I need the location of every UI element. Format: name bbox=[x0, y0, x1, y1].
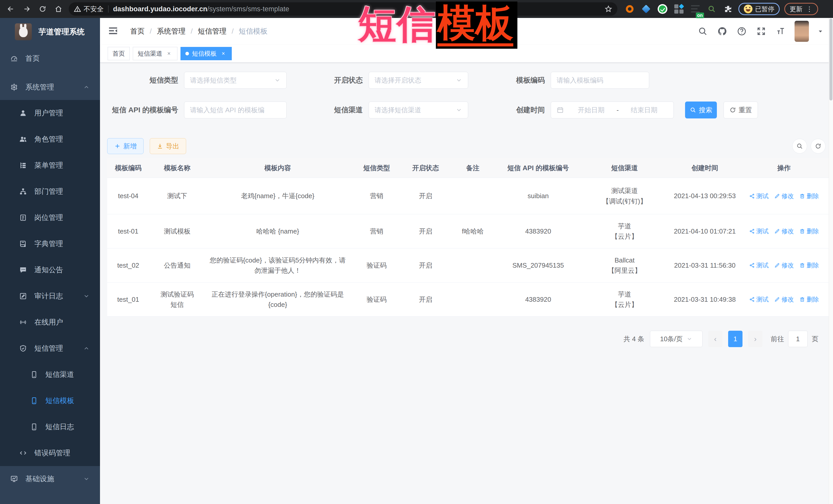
sidebar-submenu-system: 用户管理 角色管理 菜单管理 部门管理 岗位管理 字典管理 bbox=[0, 100, 100, 466]
template-code-field[interactable] bbox=[556, 76, 643, 85]
search-button[interactable]: 搜索 bbox=[685, 101, 717, 118]
refresh-table-button[interactable] bbox=[811, 139, 826, 153]
search-icon bbox=[796, 143, 803, 149]
browser-profile-chip[interactable]: 已暂停 bbox=[738, 3, 780, 15]
sms-template-table: 模板编码 模板名称 模板内容 短信类型 开启状态 备注 短信 API 的模板编号… bbox=[107, 158, 829, 317]
sidebar-item-online-users[interactable]: 在线用户 bbox=[0, 309, 100, 335]
cell-channel: Ballcat 【阿里云】 bbox=[579, 250, 670, 281]
sidebar-item-infrastructure[interactable]: 基础设施 bbox=[0, 466, 100, 492]
bookmark-star-icon[interactable] bbox=[604, 5, 612, 13]
test-link[interactable]: 测试 bbox=[749, 226, 769, 236]
extensions-puzzle-icon[interactable] bbox=[722, 3, 734, 15]
toggle-search-button[interactable] bbox=[792, 139, 807, 153]
page-scrollbar[interactable] bbox=[829, 18, 833, 504]
add-button[interactable]: 新增 bbox=[107, 138, 144, 154]
delete-link[interactable]: 删除 bbox=[800, 294, 819, 304]
table-row: test_02 公告通知 您的验证码{code}，该验证码5分钟内有效，请勿泄漏… bbox=[107, 248, 829, 283]
delete-link[interactable]: 删除 bbox=[800, 226, 819, 236]
page-size-select[interactable]: 10条/页 bbox=[650, 331, 703, 347]
breadcrumb-system[interactable]: 系统管理 bbox=[157, 26, 186, 36]
test-link[interactable]: 测试 bbox=[749, 261, 769, 270]
end-date-placeholder[interactable]: 结束日期 bbox=[620, 105, 668, 115]
edit-link[interactable]: 修改 bbox=[774, 226, 794, 236]
user-avatar[interactable] bbox=[794, 21, 809, 42]
reload-icon[interactable] bbox=[37, 3, 49, 15]
breadcrumb-sms[interactable]: 短信管理 bbox=[198, 26, 227, 36]
breadcrumb-home[interactable]: 首页 bbox=[130, 26, 145, 36]
sidebar-item-user-mgmt[interactable]: 用户管理 bbox=[0, 100, 100, 126]
fullscreen-icon[interactable] bbox=[756, 26, 767, 37]
book-icon bbox=[19, 240, 27, 248]
font-size-icon[interactable] bbox=[775, 26, 786, 37]
github-icon[interactable] bbox=[717, 26, 728, 37]
help-icon[interactable] bbox=[736, 26, 747, 37]
sidebar-item-error-code-mgmt[interactable]: 错误码管理 bbox=[0, 440, 100, 466]
sidebar-item-post-mgmt[interactable]: 岗位管理 bbox=[0, 205, 100, 231]
delete-link[interactable]: 删除 bbox=[800, 261, 819, 270]
next-page-button[interactable] bbox=[748, 331, 762, 347]
tag-sms-template[interactable]: 短信模板 bbox=[181, 47, 232, 60]
extension-list-icon[interactable]: on bbox=[690, 3, 701, 15]
close-icon[interactable] bbox=[165, 50, 172, 57]
chevron-down-icon bbox=[274, 77, 281, 83]
sidebar-item-home[interactable]: 首页 bbox=[0, 46, 100, 71]
test-link[interactable]: 测试 bbox=[749, 294, 769, 304]
edit-link[interactable]: 修改 bbox=[774, 294, 794, 304]
prev-page-button[interactable] bbox=[708, 331, 722, 347]
home-icon[interactable] bbox=[52, 3, 65, 15]
sidebar-item-audit-log[interactable]: 审计日志 bbox=[0, 283, 100, 309]
cell-actions: 测试 修改 删除 bbox=[739, 187, 829, 205]
sidebar-item-dept-mgmt[interactable]: 部门管理 bbox=[0, 178, 100, 205]
start-date-placeholder[interactable]: 开始日期 bbox=[567, 105, 615, 115]
sidebar-item-sms-mgmt[interactable]: 短信管理 bbox=[0, 335, 100, 361]
avatar-caret-icon[interactable] bbox=[817, 28, 824, 34]
back-icon[interactable] bbox=[5, 3, 17, 15]
sms-type-select[interactable]: 请选择短信类型 bbox=[184, 72, 287, 89]
pencil-icon bbox=[774, 263, 780, 268]
api-template-id-field[interactable] bbox=[190, 106, 281, 114]
sidebar-item-sms-template[interactable]: 短信模板 bbox=[0, 388, 100, 414]
tag-home[interactable]: 首页 bbox=[108, 47, 130, 60]
extension-kite-icon[interactable] bbox=[640, 3, 652, 15]
sidebar-toggle-icon[interactable] bbox=[108, 25, 119, 37]
edit-link[interactable]: 修改 bbox=[774, 191, 794, 201]
close-icon[interactable] bbox=[220, 50, 227, 57]
browser-update-button[interactable]: 更新 bbox=[784, 3, 818, 15]
cell-name: 测试模板 bbox=[149, 221, 205, 241]
goto-page-input[interactable] bbox=[788, 331, 808, 347]
extension-magnifier-icon[interactable] bbox=[706, 3, 717, 15]
date-range-picker[interactable]: 开始日期 - 结束日期 bbox=[551, 101, 674, 118]
header-search-icon[interactable] bbox=[697, 26, 708, 37]
sidebar-item-menu-mgmt[interactable]: 菜单管理 bbox=[0, 152, 100, 178]
share-icon bbox=[749, 263, 755, 268]
export-button[interactable]: 导出 bbox=[150, 138, 186, 154]
sidebar-item-sms-log[interactable]: 短信日志 bbox=[0, 414, 100, 440]
scrollbar-thumb[interactable] bbox=[829, 19, 832, 100]
sidebar-item-sms-channel[interactable]: 短信渠道 bbox=[0, 361, 100, 388]
extension-grid-icon[interactable] bbox=[673, 3, 685, 15]
extension-y-icon[interactable] bbox=[657, 3, 668, 15]
pencil-icon bbox=[774, 229, 780, 234]
sidebar-item-role-mgmt[interactable]: 角色管理 bbox=[0, 126, 100, 152]
sidebar-item-dict-mgmt[interactable]: 字典管理 bbox=[0, 231, 100, 257]
status-select[interactable]: 请选择开启状态 bbox=[369, 72, 468, 89]
forward-icon[interactable] bbox=[21, 3, 33, 15]
url-bar[interactable]: 不安全 dashboard.yudao.iocoder.cn/system/sm… bbox=[69, 2, 617, 16]
channel-select[interactable]: 请选择短信渠道 bbox=[369, 101, 468, 118]
template-code-input[interactable] bbox=[551, 72, 649, 89]
reset-button[interactable]: 重置 bbox=[723, 101, 758, 118]
extension-ring-icon[interactable] bbox=[624, 3, 635, 15]
page-number-current[interactable]: 1 bbox=[728, 331, 742, 347]
edit-link[interactable]: 修改 bbox=[774, 261, 794, 270]
tag-sms-channel[interactable]: 短信渠道 bbox=[133, 47, 177, 60]
app-logo[interactable]: 芋道管理系统 bbox=[0, 18, 100, 46]
sidebar-item-system-mgmt[interactable]: 系统管理 bbox=[0, 74, 100, 100]
kebab-menu-icon[interactable] bbox=[806, 5, 813, 13]
cell-content: 哈哈哈 {name} bbox=[205, 221, 350, 241]
security-warning[interactable]: 不安全 bbox=[74, 5, 103, 14]
cell-type: 营销 bbox=[350, 186, 403, 206]
sidebar-item-notice[interactable]: 通知公告 bbox=[0, 257, 100, 283]
api-template-id-input[interactable] bbox=[184, 101, 287, 118]
delete-link[interactable]: 删除 bbox=[800, 191, 819, 201]
test-link[interactable]: 测试 bbox=[749, 191, 769, 201]
